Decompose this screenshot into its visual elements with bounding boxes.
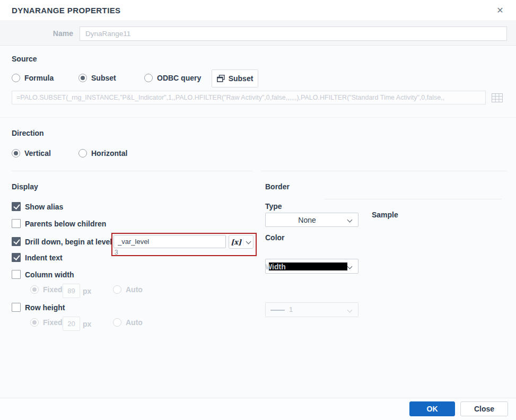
- section-divider: [12, 171, 253, 171]
- checkbox-label: Parents below children: [25, 220, 106, 228]
- radio-circle: [30, 318, 39, 327]
- checkbox-indent-text[interactable]: Indent text: [12, 253, 63, 262]
- px-unit-label: px: [83, 287, 91, 295]
- subset-button-label: Subset: [229, 74, 253, 83]
- radio-label: Horizontal: [91, 149, 127, 158]
- fx-variable-button[interactable]: [x]: [229, 235, 253, 249]
- checkbox-label: Column width: [25, 270, 74, 279]
- checkbox-parents-below-children[interactable]: Parents below children: [12, 219, 106, 228]
- radio-label: Auto: [126, 318, 143, 327]
- radio-column-width-auto: Auto: [113, 285, 143, 294]
- drill-level-resolved-value: 3: [115, 249, 118, 256]
- border-type-label: Type: [265, 202, 282, 211]
- close-icon[interactable]: ✕: [491, 0, 510, 21]
- section-divider: [0, 117, 516, 118]
- grid-icon: [492, 93, 503, 102]
- border-color-label: Color: [265, 233, 285, 242]
- radio-circle: [30, 285, 39, 294]
- radio-circle[interactable]: [144, 74, 153, 82]
- radio-label: Fixed: [43, 318, 63, 327]
- checkbox-show-alias[interactable]: Show alias: [12, 202, 63, 211]
- radio-row-height-fixed: Fixed: [30, 318, 63, 327]
- chevron-down-icon: [347, 308, 353, 313]
- border-type-select[interactable]: None: [265, 213, 358, 227]
- checkbox-label: Show alias: [25, 203, 63, 211]
- radio-circle: [113, 285, 121, 294]
- grid-picker-button[interactable]: [489, 91, 504, 104]
- fx-icon: [x]: [229, 238, 243, 246]
- radio-row-height-auto: Auto: [113, 318, 143, 327]
- checkbox-drill-down[interactable]: Drill down, begin at level: [12, 237, 112, 246]
- chevron-down-icon[interactable]: [243, 241, 253, 243]
- display-heading: Display: [12, 182, 38, 191]
- sample-divider: [325, 199, 502, 199]
- dialog-title: DYNARANGE PROPERTIES: [12, 0, 121, 21]
- radio-circle[interactable]: [78, 149, 87, 158]
- dynarange-properties-dialog: DYNARANGE PROPERTIES ✕ Name Source Formu…: [0, 0, 516, 420]
- radio-vertical[interactable]: Vertical: [12, 149, 51, 158]
- radio-column-width-fixed: Fixed: [30, 285, 63, 294]
- radio-circle[interactable]: [78, 74, 87, 82]
- source-heading: Source: [12, 55, 37, 63]
- radio-horizontal[interactable]: Horizontal: [78, 149, 127, 158]
- chevron-down-icon: [347, 264, 353, 269]
- radio-label: Fixed: [43, 285, 63, 294]
- checkbox[interactable]: [12, 303, 21, 312]
- name-row: Name: [0, 22, 516, 46]
- sample-label: Sample: [372, 211, 398, 219]
- px-unit-label: px: [83, 320, 91, 328]
- radio-label: Auto: [126, 285, 143, 294]
- direction-heading: Direction: [12, 129, 44, 137]
- radio-circle[interactable]: [12, 74, 20, 82]
- radio-label: Subset: [91, 74, 116, 82]
- checkbox[interactable]: [12, 253, 21, 262]
- cascade-windows-icon: [217, 75, 225, 82]
- checkbox[interactable]: [12, 270, 21, 279]
- formula-input[interactable]: =PALO.SUBSET(_rng_INSTANCE,"P&L_Indicato…: [12, 91, 486, 104]
- radio-circle: [113, 318, 121, 327]
- radio-subset[interactable]: Subset: [78, 74, 116, 82]
- column-width-px-input: [63, 284, 80, 298]
- name-label: Name: [0, 22, 73, 46]
- line-width-swatch: [270, 310, 285, 311]
- row-height-px-input: [63, 317, 80, 331]
- checkbox-label: Indent text: [25, 253, 63, 262]
- dialog-header: DYNARANGE PROPERTIES ✕: [0, 0, 516, 21]
- radio-formula[interactable]: Formula: [12, 74, 54, 82]
- checkbox-row-height[interactable]: Row height: [12, 303, 65, 312]
- border-width-select: 1: [265, 302, 358, 317]
- close-button[interactable]: Close: [460, 401, 508, 416]
- border-heading: Border: [265, 182, 290, 191]
- radio-label: Formula: [24, 74, 54, 82]
- checkbox[interactable]: [12, 219, 21, 228]
- section-divider: [261, 171, 508, 171]
- drill-level-input[interactable]: [113, 235, 226, 248]
- checkbox-label: Drill down, begin at level: [25, 238, 112, 246]
- radio-label: ODBC query: [157, 74, 201, 82]
- border-type-value: None: [266, 213, 358, 226]
- border-width-value: 1: [289, 305, 293, 313]
- radio-label: Vertical: [24, 149, 51, 158]
- radio-circle[interactable]: [12, 149, 20, 158]
- ok-button[interactable]: OK: [409, 401, 455, 416]
- checkbox[interactable]: [12, 202, 21, 211]
- name-input[interactable]: [80, 27, 507, 41]
- checkbox[interactable]: [12, 237, 21, 246]
- radio-odbc-query[interactable]: ODBC query: [144, 74, 201, 82]
- checkbox-column-width[interactable]: Column width: [12, 270, 74, 279]
- border-width-label: Width: [265, 262, 286, 271]
- checkbox-label: Row height: [25, 303, 65, 312]
- subset-button[interactable]: Subset: [212, 69, 258, 88]
